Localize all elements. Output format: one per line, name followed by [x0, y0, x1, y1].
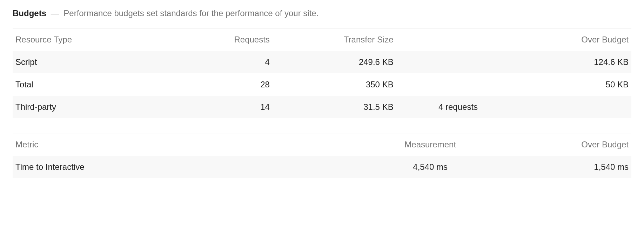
cell-extra: 4 requests: [396, 96, 520, 118]
header-requests: Requests: [186, 28, 273, 51]
section-description: Performance budgets set standards for th…: [63, 8, 318, 18]
table-header-row: Resource Type Requests Transfer Size Ove…: [13, 28, 631, 51]
cell-transfer-size: 350 KB: [273, 73, 396, 96]
cell-over-budget: [520, 96, 631, 118]
header-over-budget: Over Budget: [508, 133, 631, 156]
cell-over-budget: 124.6 KB: [520, 51, 631, 73]
cell-over-budget: 1,540 ms: [508, 156, 631, 178]
cell-extra: [396, 51, 520, 73]
header-metric: Metric: [13, 133, 353, 156]
table-header-row: Metric Measurement Over Budget: [13, 133, 631, 156]
table-row: Script 4 249.6 KB 124.6 KB: [13, 51, 631, 73]
metric-budget-table: Metric Measurement Over Budget Time to I…: [13, 133, 631, 178]
table-row: Third-party 14 31.5 KB 4 requests: [13, 96, 631, 118]
section-title: Budgets: [13, 8, 46, 18]
cell-resource-type: Total: [13, 73, 186, 96]
cell-measurement: 4,540 ms: [353, 156, 508, 178]
header-resource-type: Resource Type: [13, 28, 186, 51]
cell-requests: 14: [186, 96, 273, 118]
table-row: Time to Interactive 4,540 ms 1,540 ms: [13, 156, 631, 178]
section-header: Budgets — Performance budgets set standa…: [13, 8, 631, 18]
cell-transfer-size: 31.5 KB: [273, 96, 396, 118]
section-separator: —: [51, 8, 59, 18]
resource-budget-table: Resource Type Requests Transfer Size Ove…: [13, 28, 631, 118]
cell-requests: 4: [186, 51, 273, 73]
cell-resource-type: Third-party: [13, 96, 186, 118]
header-transfer-size: Transfer Size: [273, 28, 396, 51]
header-extra: [396, 28, 520, 51]
cell-metric: Time to Interactive: [13, 156, 353, 178]
cell-resource-type: Script: [13, 51, 186, 73]
table-row: Total 28 350 KB 50 KB: [13, 73, 631, 96]
cell-extra: [396, 73, 520, 96]
header-measurement: Measurement: [353, 133, 508, 156]
cell-over-budget: 50 KB: [520, 73, 631, 96]
header-over-budget: Over Budget: [520, 28, 631, 51]
cell-transfer-size: 249.6 KB: [273, 51, 396, 73]
cell-requests: 28: [186, 73, 273, 96]
